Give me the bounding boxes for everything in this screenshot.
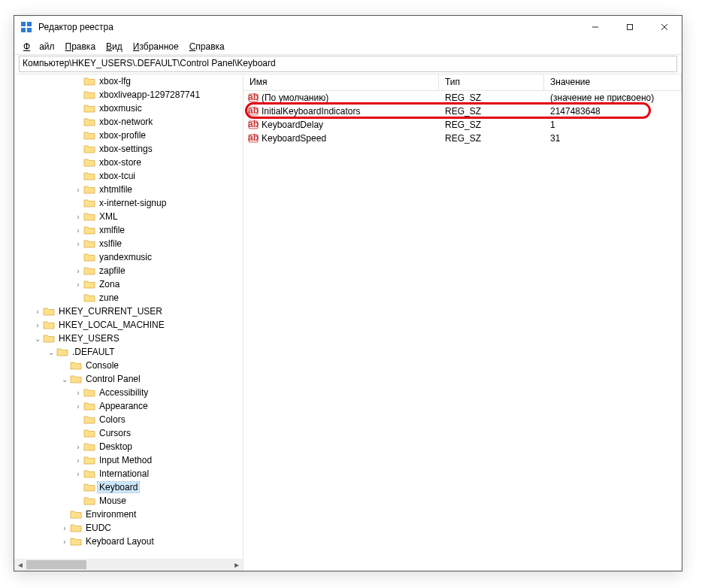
tree-item[interactable]: ⌄HKEY_USERS (14, 332, 243, 345)
tree-item[interactable]: x-internet-signup (14, 196, 243, 210)
tree-item[interactable]: zune (14, 291, 243, 305)
svg-rect-1 (27, 22, 32, 26)
tree-item[interactable]: ›Accessibility (14, 386, 243, 399)
tree-hscrollbar[interactable]: ◂ ▸ (14, 559, 243, 571)
expand-icon[interactable]: › (59, 524, 70, 532)
scroll-left-icon[interactable]: ◂ (14, 559, 26, 571)
menu-help[interactable]: Справка (185, 40, 229, 53)
tree-item-label: Keyboard Layout (84, 536, 156, 547)
address-bar[interactable]: Компьютер\HKEY_USERS\.DEFAULT\Control Pa… (19, 56, 677, 72)
maximize-button[interactable] (613, 16, 647, 38)
expand-icon[interactable]: › (73, 402, 83, 411)
menubar: Файл Правка Вид Избранное Справка (14, 38, 682, 55)
tree-item[interactable]: ›XML (14, 210, 243, 223)
expand-icon[interactable]: › (32, 308, 43, 316)
tree-item[interactable]: ›HKEY_LOCAL_MACHINE (14, 318, 243, 332)
tree-item[interactable]: Keyboard (14, 480, 243, 494)
value-row[interactable]: ab(По умолчанию)REG_SZ(значение не присв… (244, 91, 682, 105)
folder-icon (70, 536, 82, 547)
collapse-icon[interactable]: ⌄ (59, 375, 70, 383)
menu-edit[interactable]: Правка (61, 40, 101, 53)
tree-item[interactable]: ›Keyboard Layout (14, 535, 243, 548)
tree-item[interactable]: ›xhtmlfile (14, 183, 243, 196)
tree-item-label: Accessibility (98, 387, 150, 398)
expand-icon[interactable]: › (73, 470, 83, 478)
string-value-icon: ab (248, 133, 259, 144)
folder-icon (83, 252, 95, 262)
tree-item[interactable]: xbox-settings (14, 142, 243, 156)
tree-item[interactable]: xbox-lfg (14, 74, 243, 88)
tree-item[interactable]: xbox-network (14, 115, 243, 129)
tree-item[interactable]: ›HKEY_CURRENT_USER (14, 305, 243, 318)
tree-item[interactable]: xbox-store (14, 156, 243, 169)
tree-item[interactable]: Console (14, 359, 243, 372)
scroll-track[interactable] (26, 559, 231, 571)
expand-icon[interactable]: › (32, 321, 43, 329)
value-name: KeyboardSpeed (262, 133, 326, 144)
value-row[interactable]: abKeyboardDelayREG_SZ1 (244, 118, 682, 132)
col-data[interactable]: Значение (544, 74, 682, 90)
tree-item[interactable]: ⌄.DEFAULT (14, 345, 243, 359)
expand-icon[interactable]: › (73, 240, 83, 248)
tree-item-label: xbox-network (98, 117, 154, 127)
folder-icon (83, 157, 95, 168)
tree-item[interactable]: Mouse (14, 494, 243, 508)
tree-item[interactable]: Cursors (14, 426, 243, 440)
menu-favorites[interactable]: Избранное (129, 40, 183, 53)
collapse-icon[interactable]: ⌄ (46, 348, 56, 356)
tree-item[interactable]: ›xmlfile (14, 223, 243, 237)
folder-icon (83, 238, 95, 249)
menu-view[interactable]: Вид (101, 40, 127, 53)
tree-item-label: HKEY_LOCAL_MACHINE (57, 320, 166, 330)
close-button[interactable] (647, 16, 682, 38)
svg-text:ab: ab (248, 133, 259, 143)
value-row[interactable]: abInitialKeyboardIndicatorsREG_SZ2147483… (244, 105, 682, 118)
tree-item-label: xbox-settings (98, 144, 154, 154)
value-data: (значение не присвоено) (544, 92, 682, 103)
expand-icon[interactable]: › (73, 226, 83, 235)
tree-item[interactable]: ›zapfile (14, 264, 243, 277)
tree-pane[interactable]: xbox-lfgxboxliveapp-1297287741xboxmusicx… (14, 74, 244, 571)
values-pane[interactable]: Имя Тип Значение ab(По умолчанию)REG_SZ(… (244, 74, 682, 571)
expand-icon[interactable]: › (73, 267, 83, 275)
tree-item[interactable]: ›EUDC (14, 521, 243, 535)
menu-file[interactable]: Файл (19, 40, 59, 53)
tree-item[interactable]: yandexmusic (14, 250, 243, 264)
folder-icon (43, 320, 55, 330)
scroll-right-icon[interactable]: ▸ (231, 559, 243, 571)
tree-item[interactable]: xboxliveapp-1297287741 (14, 88, 243, 102)
folder-icon (70, 523, 82, 533)
col-type[interactable]: Тип (439, 74, 544, 90)
expand-icon[interactable]: › (73, 456, 83, 465)
tree-item[interactable]: ›Zona (14, 277, 243, 291)
folder-icon (43, 333, 55, 344)
tree-item[interactable]: ›International (14, 467, 243, 480)
titlebar[interactable]: Редактор реестра (14, 16, 682, 38)
tree-item[interactable]: xbox-profile (14, 129, 243, 142)
tree-item[interactable]: ⌄Control Panel (14, 372, 243, 386)
tree-item[interactable]: ›Input Method (14, 453, 243, 467)
tree-item[interactable]: xbox-tcui (14, 169, 243, 183)
folder-icon (83, 482, 95, 493)
tree-item[interactable]: ›Desktop (14, 440, 243, 453)
tree-item[interactable]: xboxmusic (14, 102, 243, 115)
expand-icon[interactable]: › (59, 538, 70, 546)
expand-icon[interactable]: › (73, 280, 83, 289)
expand-icon[interactable]: › (73, 389, 83, 397)
tree-item[interactable]: ›xslfile (14, 237, 243, 250)
tree-item[interactable]: Environment (14, 508, 243, 521)
scroll-thumb[interactable] (26, 560, 86, 569)
expand-icon[interactable]: › (73, 186, 83, 194)
values-header[interactable]: Имя Тип Значение (244, 74, 682, 91)
col-name[interactable]: Имя (244, 74, 439, 90)
expand-icon[interactable]: › (73, 443, 83, 451)
minimize-button[interactable] (578, 16, 613, 38)
tree-item[interactable]: ›Appearance (14, 399, 243, 413)
tree-item[interactable]: Colors (14, 413, 243, 426)
collapse-icon[interactable]: ⌄ (32, 335, 43, 343)
value-row[interactable]: abKeyboardSpeedREG_SZ31 (244, 132, 682, 145)
expand-icon[interactable]: › (73, 213, 83, 221)
svg-text:ab: ab (248, 92, 259, 102)
folder-icon (83, 455, 95, 465)
tree-item-label: yandexmusic (98, 252, 153, 262)
